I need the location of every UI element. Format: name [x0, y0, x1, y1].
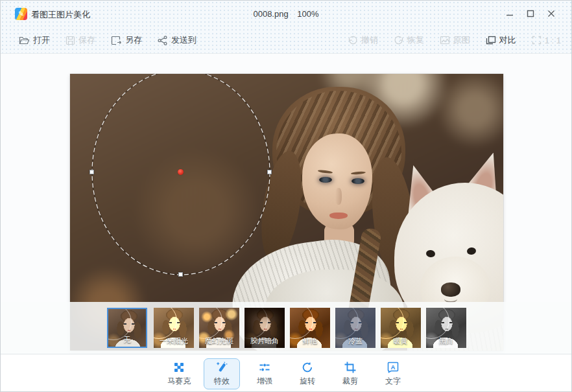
minimize-button[interactable] — [504, 8, 516, 19]
filter-preview — [244, 308, 285, 348]
woman-lips — [329, 213, 348, 219]
document-name: 0008.png — [253, 9, 288, 19]
original-image-icon — [440, 36, 450, 45]
filter-preview — [154, 308, 194, 348]
selection-handle-left[interactable] — [89, 170, 94, 174]
tool-effects[interactable]: 特效 — [204, 358, 240, 389]
filter-thumb-warm-yellow[interactable]: 暖黄 — [381, 308, 421, 348]
filter-thumb-magic-bokeh[interactable]: 魔幻光斑 — [199, 308, 239, 348]
svg-text:A: A — [391, 363, 396, 371]
filter-strip: 无 一米阳光 魔幻光斑 胶片暗角 鲜艳 冷蓝 暖黄 黑白 — [1, 302, 571, 354]
tool-crop[interactable]: 裁剪 — [332, 358, 368, 389]
filter-thumb-film-vignette[interactable]: 胶片暗角 — [244, 308, 285, 348]
save-as-button[interactable]: 另存 — [111, 34, 142, 46]
filter-thumb-none[interactable]: 无 — [107, 308, 147, 348]
close-button[interactable] — [545, 8, 557, 19]
document-title: 0008.png 100% — [1, 9, 571, 19]
filter-preview — [426, 308, 466, 348]
filter-thumb-cold-blue[interactable]: 冷蓝 — [335, 308, 375, 348]
filter-preview — [290, 308, 330, 348]
tool-rotate[interactable]: 旋转 — [289, 358, 326, 389]
woman-eye — [319, 177, 332, 183]
save-button: 保存 — [66, 34, 95, 46]
tool-text[interactable]: A 文字 — [375, 358, 411, 389]
toolbar-left-group: 打开 保存 另存 发送到 — [19, 34, 197, 46]
zoom-level: 100% — [297, 9, 318, 19]
undo-button: 撤销 — [348, 34, 378, 46]
filter-preview — [199, 308, 239, 348]
filter-thumb-black-white[interactable]: 黑白 — [426, 308, 466, 348]
compare-icon — [486, 36, 496, 45]
original-image-button: 原图 — [440, 34, 470, 46]
compare-button[interactable]: 对比 — [486, 34, 516, 46]
window-controls — [504, 1, 557, 27]
sliders-icon — [258, 361, 271, 374]
header: ✎ 看图王图片美化 0008.png 100% — [1, 1, 571, 54]
send-to-button[interactable]: 发送到 — [158, 34, 197, 46]
toolbar-right-group: 撤销 恢复 原图 对比 1 : 1 — [348, 34, 561, 46]
one-to-one-icon — [532, 36, 542, 45]
magic-wand-icon — [215, 361, 228, 374]
tool-mosaic[interactable]: 马赛克 — [161, 358, 197, 389]
filter-thumb-sunshine[interactable]: 一米阳光 — [154, 308, 194, 348]
toolbar: 打开 保存 另存 发送到 撤销 — [1, 27, 571, 54]
maximize-button[interactable] — [525, 8, 536, 19]
save-as-icon — [111, 36, 122, 45]
selection-handle-bottom[interactable] — [178, 272, 183, 277]
filter-thumb-vivid[interactable]: 鲜艳 — [290, 308, 330, 348]
woman-nose — [335, 188, 342, 205]
send-to-icon — [158, 36, 168, 45]
redo-icon — [394, 36, 404, 45]
filter-preview — [108, 309, 146, 347]
selection-center-marker[interactable] — [178, 169, 184, 175]
filter-preview — [335, 308, 375, 348]
title-bar: ✎ 看图王图片美化 0008.png 100% — [1, 1, 571, 27]
mosaic-icon — [173, 361, 185, 374]
selection-handle-right[interactable] — [267, 170, 272, 174]
filter-preview — [381, 308, 421, 348]
one-to-one-button: 1 : 1 — [532, 36, 561, 45]
app-window: ✎ 看图王图片美化 0008.png 100% — [0, 0, 572, 392]
open-button[interactable]: 打开 — [19, 34, 50, 46]
undo-icon — [348, 36, 358, 45]
dog-nose — [441, 282, 460, 297]
tool-enhance[interactable]: 增强 — [246, 358, 283, 389]
rotate-icon — [301, 361, 314, 374]
crop-icon — [344, 361, 357, 374]
text-icon: A — [387, 361, 399, 374]
bottom-toolbar: 马赛克 特效 增强 旋转 裁剪 A 文字 — [1, 354, 571, 392]
open-folder-icon — [19, 36, 30, 45]
save-icon — [66, 36, 75, 45]
redo-button: 恢复 — [394, 34, 424, 46]
woman-eye — [352, 178, 364, 184]
